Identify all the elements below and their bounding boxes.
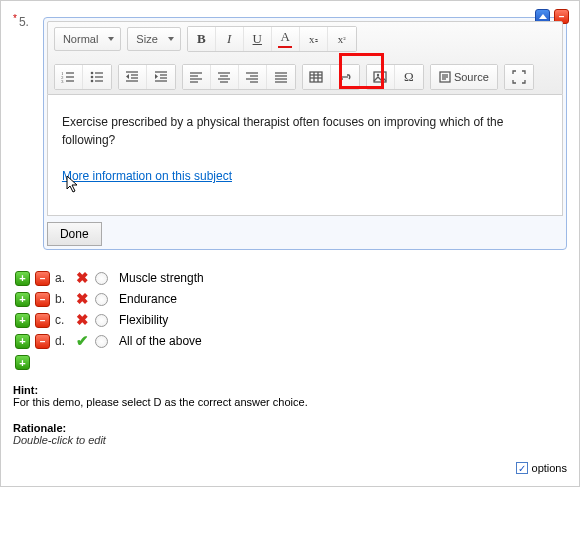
svg-marker-21 (155, 74, 158, 79)
question-body-text: Exercise prescribed by a physical therap… (62, 113, 548, 149)
paragraph-format-label: Normal (63, 33, 98, 45)
editor-content[interactable]: Exercise prescribed by a physical therap… (47, 95, 563, 216)
rationale-block[interactable]: Rationale: Double-click to edit (13, 422, 567, 446)
source-button[interactable]: Source (431, 65, 497, 89)
align-left-button[interactable] (183, 65, 211, 89)
rich-text-editor: Normal Size B I U A x₂ x² (43, 17, 567, 250)
bulleted-list-button[interactable] (83, 65, 111, 89)
table-icon (309, 70, 323, 84)
rationale-placeholder: Double-click to edit (13, 434, 106, 446)
answer-row: +–a.✖Muscle strength (15, 270, 567, 286)
question-editor-frame: – * 5. Normal Size B I U (0, 0, 580, 487)
chevron-down-icon (168, 37, 174, 41)
remove-answer-button[interactable]: – (35, 313, 50, 328)
rationale-label: Rationale: (13, 422, 66, 434)
answer-row: +–b.✖Endurance (15, 291, 567, 307)
answer-radio[interactable] (95, 293, 108, 306)
remove-answer-button[interactable]: – (35, 271, 50, 286)
incorrect-mark-icon[interactable]: ✖ (74, 312, 90, 328)
remove-answer-button[interactable]: – (35, 292, 50, 307)
svg-point-9 (91, 72, 94, 75)
incorrect-mark-icon[interactable]: ✖ (74, 291, 90, 307)
bulleted-list-icon (90, 70, 104, 84)
mouse-cursor-icon (66, 175, 82, 195)
add-answer-before-button[interactable]: + (15, 271, 30, 286)
link-button[interactable] (331, 65, 359, 89)
remove-answer-button[interactable]: – (35, 334, 50, 349)
link-icon (337, 70, 353, 84)
align-center-icon (217, 70, 231, 84)
svg-rect-38 (310, 72, 322, 82)
special-char-button[interactable]: Ω (395, 65, 423, 89)
outdent-button[interactable] (119, 65, 147, 89)
align-right-button[interactable] (239, 65, 267, 89)
font-size-label: Size (136, 33, 157, 45)
answer-letter: c. (55, 313, 69, 327)
answer-radio[interactable] (95, 272, 108, 285)
source-icon (439, 71, 451, 83)
svg-marker-50 (67, 176, 77, 192)
image-button[interactable] (367, 65, 395, 89)
maximize-icon (512, 70, 526, 84)
editor-toolbar: Normal Size B I U A x₂ x² (47, 21, 563, 95)
maximize-button[interactable] (505, 65, 533, 89)
add-answer-before-button[interactable]: + (15, 334, 30, 349)
answer-text[interactable]: All of the above (119, 334, 202, 348)
bold-button[interactable]: B (188, 27, 216, 51)
svg-point-11 (91, 80, 94, 83)
font-size-select[interactable]: Size (127, 27, 180, 51)
question-number: 5. (19, 11, 39, 29)
add-answer-before-button[interactable]: + (15, 313, 30, 328)
align-justify-icon (274, 70, 288, 84)
add-answer-before-button[interactable]: + (15, 292, 30, 307)
numbered-list-button[interactable]: 123 (55, 65, 83, 89)
superscript-button[interactable]: x² (328, 27, 356, 51)
answer-text[interactable]: Endurance (119, 292, 177, 306)
align-justify-button[interactable] (267, 65, 295, 89)
inserted-hyperlink[interactable]: More information on this subject (62, 167, 232, 185)
hint-block: Hint: For this demo, please select D as … (13, 384, 567, 408)
answer-choices: +–a.✖Muscle strength+–b.✖Endurance+–c.✖F… (15, 270, 567, 349)
align-center-button[interactable] (211, 65, 239, 89)
options-checkbox[interactable]: ✓ (516, 462, 528, 474)
paragraph-format-select[interactable]: Normal (54, 27, 121, 51)
link-label: More information on this subject (62, 169, 232, 183)
svg-marker-16 (126, 74, 129, 79)
svg-point-10 (91, 76, 94, 79)
done-button[interactable]: Done (47, 222, 102, 246)
answer-letter: b. (55, 292, 69, 306)
outdent-icon (125, 70, 139, 84)
hint-text: For this demo, please select D as the co… (13, 396, 308, 408)
answer-text[interactable]: Muscle strength (119, 271, 204, 285)
answer-letter: a. (55, 271, 69, 285)
svg-point-45 (377, 74, 379, 76)
answer-row: +–d.✔All of the above (15, 333, 567, 349)
answer-radio[interactable] (95, 314, 108, 327)
italic-button[interactable]: I (216, 27, 244, 51)
align-left-icon (189, 70, 203, 84)
table-button[interactable] (303, 65, 331, 89)
incorrect-mark-icon[interactable]: ✖ (74, 270, 90, 286)
numbered-list-icon: 123 (61, 70, 75, 84)
add-answer-button[interactable]: + (15, 355, 30, 370)
options-label: options (532, 462, 567, 474)
underline-button[interactable]: U (244, 27, 272, 51)
source-label: Source (454, 71, 489, 83)
answer-radio[interactable] (95, 335, 108, 348)
chevron-down-icon (108, 37, 114, 41)
image-icon (373, 70, 387, 84)
correct-mark-icon[interactable]: ✔ (74, 333, 90, 349)
answer-text[interactable]: Flexibility (119, 313, 168, 327)
done-label: Done (60, 227, 89, 241)
subscript-button[interactable]: x₂ (300, 27, 328, 51)
svg-text:3: 3 (61, 79, 64, 84)
answer-letter: d. (55, 334, 69, 348)
indent-button[interactable] (147, 65, 175, 89)
align-right-icon (245, 70, 259, 84)
text-color-button[interactable]: A (272, 27, 300, 51)
hint-label: Hint: (13, 384, 38, 396)
svg-rect-44 (374, 72, 386, 82)
answer-row: +–c.✖Flexibility (15, 312, 567, 328)
indent-icon (154, 70, 168, 84)
